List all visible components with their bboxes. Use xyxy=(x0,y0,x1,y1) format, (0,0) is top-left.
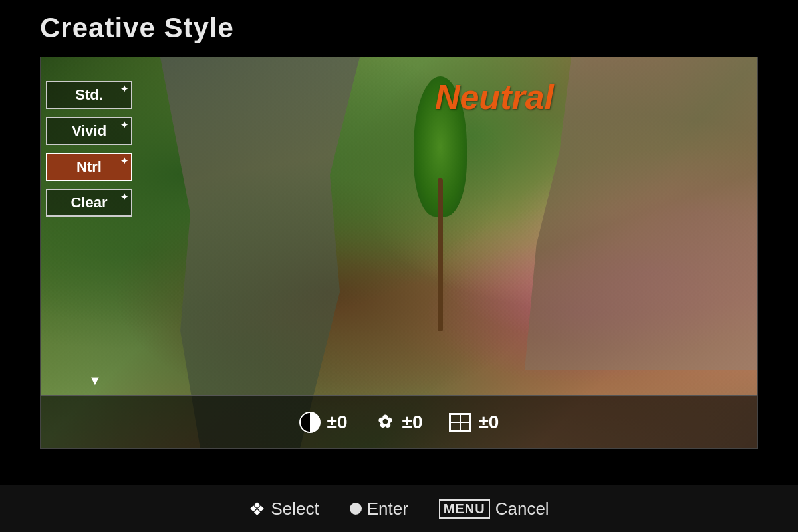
enter-label: Enter xyxy=(367,499,408,519)
sharpness-icon xyxy=(449,413,471,432)
style-item-ntrl[interactable]: ✦ Ntrl xyxy=(46,153,132,181)
style-item-clear[interactable]: ✦ Clear xyxy=(46,189,132,217)
selected-style-name-overlay: Neutral xyxy=(435,77,554,117)
contrast-icon xyxy=(299,412,321,433)
dpad-icon: ❖ xyxy=(249,498,265,520)
sharpness-control: ±0 xyxy=(449,412,499,433)
style-list: ✦ Std. ✦ Vivid ✦ Ntrl ✦ Clear xyxy=(41,57,160,448)
sharpness-value: ±0 xyxy=(478,412,499,433)
scroll-down-arrow-icon: ▼ xyxy=(88,373,102,388)
star-icon: ✦ xyxy=(120,156,128,166)
style-item-std[interactable]: ✦ Std. xyxy=(46,81,132,109)
star-icon: ✦ xyxy=(120,84,128,94)
main-screen: Neutral ✦ Std. ✦ Vivid ✦ Ntrl ✦ Clear ▼ … xyxy=(40,57,758,449)
page-title: Creative Style xyxy=(40,12,234,44)
bottom-nav-bar: ❖ Select Enter MENU Cancel xyxy=(0,485,798,532)
saturation-value: ±0 xyxy=(402,412,423,433)
contrast-value: ±0 xyxy=(327,412,348,433)
tree-trunk xyxy=(438,178,443,331)
style-item-vivid[interactable]: ✦ Vivid xyxy=(46,117,132,145)
enter-dot-icon xyxy=(350,503,362,515)
select-label: Select xyxy=(271,499,319,519)
contrast-control: ±0 xyxy=(299,412,348,433)
menu-badge: MENU xyxy=(439,499,490,519)
controls-bar: ±0 ✿ ±0 ±0 xyxy=(41,395,757,448)
saturation-icon: ✿ xyxy=(374,412,396,433)
cancel-label: Cancel xyxy=(495,499,549,519)
saturation-control: ✿ ±0 xyxy=(374,412,423,433)
star-icon: ✦ xyxy=(120,120,128,130)
star-icon: ✦ xyxy=(120,192,128,202)
